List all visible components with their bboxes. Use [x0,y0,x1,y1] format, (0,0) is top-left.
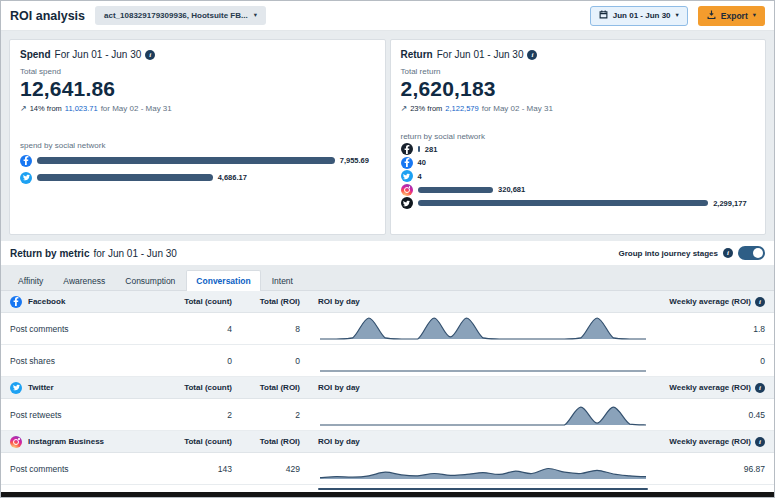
return-change-period: for May 02 - May 31 [482,104,553,113]
column-header-total-count: Total (count) [160,437,232,446]
tab-awareness[interactable]: Awareness [54,270,114,291]
column-header-weekly-average: Weekly average (ROI)i [660,297,765,307]
tab-intent[interactable]: Intent [263,270,302,291]
spend-card: Spend For Jun 01 - Jun 30 i Total spend … [9,39,386,235]
group-name-label: Twitter [28,383,54,392]
network-bar-value: 7,955.69 [340,156,369,165]
total-roi-value: 2 [232,410,300,420]
tab-affinity[interactable]: Affinity [9,270,52,291]
network-bar-value: 320,681 [498,185,525,194]
column-header-total-count: Total (count) [160,383,232,392]
export-button[interactable]: Export ▾ [698,6,765,26]
info-icon[interactable]: i [527,50,537,60]
twitter-dark-icon [401,197,413,209]
return-breakdown-label: return by social network [401,132,756,141]
twitter-icon [10,382,22,394]
metric-name: Post comments [10,464,160,474]
facebook-dark-icon [401,143,413,155]
info-icon[interactable]: i [723,248,733,258]
network-bar [418,187,494,193]
network-bar [37,157,335,164]
facebook-icon [20,155,32,167]
spend-by-network-bars: 7,955.694,686.17 [20,154,375,184]
info-icon[interactable]: i [145,50,155,60]
tab-conversation[interactable]: Conversation [186,270,260,291]
previous-return-link[interactable]: 2,122,579 [445,104,478,113]
metric-row: Post comments481.8 [1,313,774,345]
weekly-average-value: 0.45 [660,410,765,420]
roi-by-day-cell [300,348,660,374]
info-icon[interactable]: i [755,437,765,447]
partial-sparkline [318,488,648,490]
instagram-icon [401,184,413,196]
download-icon [707,10,716,21]
return-by-metric-section: Return by metric for Jun 01 - Jun 30 Gro… [1,241,774,497]
summary-cards: Spend For Jun 01 - Jun 30 i Total spend … [1,31,774,241]
spend-title-text: Spend [20,49,51,60]
page-title: ROI analysis [10,9,85,23]
total-roi-value: 8 [232,324,300,334]
network-bar-row: 2,299,177 [401,198,756,209]
metric-row: Post retweets220.45 [1,399,774,431]
account-selector[interactable]: act_108329179309936, Hootsuite FB... ▾ [95,6,266,25]
roi-by-day-sparkline [318,402,648,428]
spend-card-title: Spend For Jun 01 - Jun 30 i [20,49,375,60]
return-change-line: ↗ 23% from 2,122,579 for May 02 - May 31 [401,104,756,113]
metrics-subtitle: for Jun 01 - Jun 30 [93,248,176,259]
journey-stages-toggle[interactable] [738,246,765,260]
spend-change-text: 14% from [30,104,62,113]
trend-up-icon: ↗ [20,104,27,113]
total-spend-label: Total spend [20,67,375,76]
tab-consumption[interactable]: Consumption [116,270,184,291]
trend-up-icon: ↗ [401,104,408,113]
column-header-total-roi: Total (ROI) [232,437,300,446]
total-spend-value: 12,641.86 [20,77,375,101]
metrics-title-text: Return by metric [10,248,89,259]
date-range-label: Jun 01 - Jun 30 [613,11,671,20]
column-header-total-roi: Total (ROI) [232,297,300,306]
column-header-total-count: Total (count) [160,297,232,306]
weekly-average-value: 1.8 [660,324,765,334]
metrics-table: FacebookTotal (count)Total (ROI)ROI by d… [1,291,774,485]
instagram-icon [10,436,22,448]
twitter-icon [401,170,413,182]
calendar-icon [599,10,608,21]
network-bar [418,200,709,206]
date-range-picker[interactable]: Jun 01 - Jun 30 ▾ [590,6,688,26]
metric-tabs: AffinityAwarenessConsumptionConversation… [1,265,774,291]
total-roi-value: 0 [232,356,300,366]
metrics-title: Return by metric for Jun 01 - Jun 30 [10,248,177,259]
account-selector-label: act_108329179309936, Hootsuite FB... [104,11,248,20]
network-bar [37,174,213,181]
group-name: Facebook [10,296,160,308]
return-title-text: Return [401,49,433,60]
twitter-icon [20,172,32,184]
roi-by-day-cell [300,402,660,428]
info-icon[interactable]: i [755,383,765,393]
top-bar: ROI analysis act_108329179309936, Hootsu… [1,1,774,31]
network-bar-value: 4,686.17 [218,173,247,182]
weekly-average-value: 96.87 [660,464,765,474]
column-header-weekly-average: Weekly average (ROI)i [660,437,765,447]
roi-by-day-sparkline [318,316,648,342]
group-name-label: Instagram Business [28,437,104,446]
return-card: Return For Jun 01 - Jun 30 i Total retur… [390,39,767,235]
metric-row: Post shares000 [1,345,774,377]
column-header-weekly-average: Weekly average (ROI)i [660,383,765,393]
spend-subtitle: For Jun 01 - Jun 30 [55,49,142,60]
group-name: Instagram Business [10,436,160,448]
network-bar [418,146,420,152]
metrics-header: Return by metric for Jun 01 - Jun 30 Gro… [1,241,774,265]
group-header-twitter: TwitterTotal (count)Total (ROI)ROI by da… [1,377,774,399]
return-subtitle: For Jun 01 - Jun 30 [437,49,524,60]
metric-name: Post comments [10,324,160,334]
total-count-value: 4 [160,324,232,334]
group-header-instagram: Instagram BusinessTotal (count)Total (RO… [1,431,774,453]
network-bar-value: 4 [418,172,422,181]
info-icon[interactable]: i [755,297,765,307]
roi-by-day-sparkline [318,348,648,374]
previous-spend-link[interactable]: 11,023.71 [65,104,98,113]
network-bar-row: 4,686.17 [20,171,375,184]
facebook-icon [401,157,413,169]
metric-name: Post shares [10,356,160,366]
